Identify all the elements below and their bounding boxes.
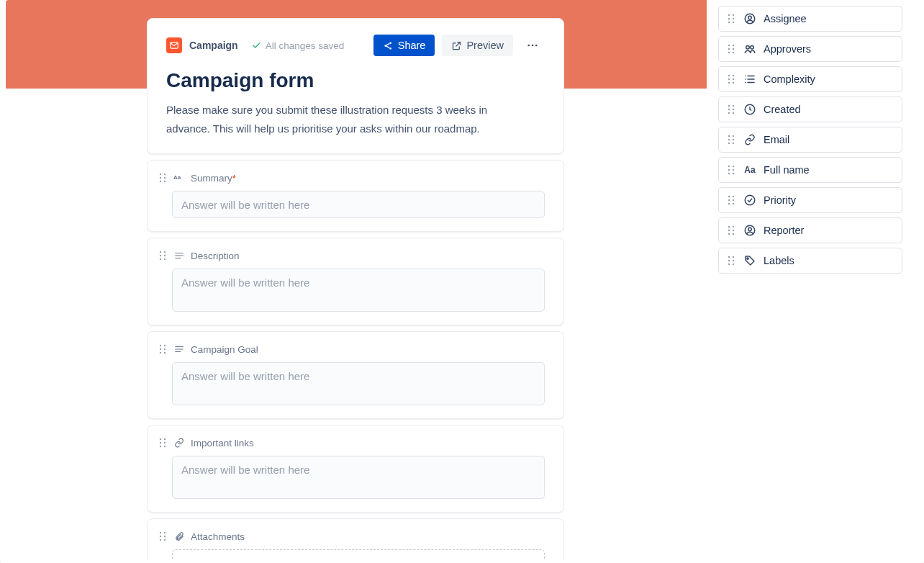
svg-point-26 (160, 438, 161, 440)
svg-point-51 (733, 52, 734, 53)
sidebar-item-label: Email (764, 134, 789, 145)
summary-input[interactable]: Answer will be written here (172, 191, 545, 218)
sidebar-item-approvers[interactable]: Approvers (718, 36, 902, 62)
field-label: Important links (191, 438, 254, 449)
sidebar-item-created[interactable]: Created (718, 96, 902, 122)
sidebar-item-label: Approvers (764, 43, 811, 55)
drag-handle-icon[interactable] (726, 14, 736, 24)
svg-point-55 (733, 75, 734, 76)
users-icon (743, 42, 756, 55)
svg-point-97 (733, 260, 734, 261)
sidebar-item-labels[interactable]: Labels (718, 248, 902, 274)
drag-handle-icon[interactable] (158, 438, 168, 448)
sidebar-item-label: Assignee (764, 13, 807, 24)
svg-point-50 (728, 52, 730, 53)
form-description: Please make sure you submit these illust… (166, 101, 512, 138)
drag-handle-icon[interactable] (726, 74, 736, 84)
attachment-icon (173, 531, 185, 542)
description-input[interactable]: Answer will be written here (172, 269, 545, 312)
sidebar-item-assignee[interactable]: Assignee (718, 6, 902, 32)
svg-point-28 (160, 442, 161, 443)
svg-point-21 (164, 345, 166, 346)
svg-point-31 (164, 446, 166, 447)
drag-handle-icon[interactable] (726, 104, 736, 114)
preview-button[interactable]: Preview (442, 35, 513, 56)
sidebar-item-full-name[interactable]: Aa Full name (718, 157, 902, 183)
svg-point-80 (733, 196, 734, 197)
sidebar-item-label: Reporter (764, 225, 804, 236)
svg-point-89 (733, 230, 734, 231)
svg-point-98 (728, 264, 730, 265)
field-important-links[interactable]: Important links Answer will be written h… (147, 425, 564, 513)
svg-point-43 (733, 22, 734, 23)
svg-point-15 (164, 251, 166, 253)
clock-icon (743, 103, 756, 116)
svg-point-52 (746, 46, 750, 50)
svg-point-16 (160, 255, 161, 256)
svg-point-100 (747, 258, 748, 259)
drag-handle-icon[interactable] (158, 344, 168, 354)
svg-point-6 (535, 45, 538, 47)
drag-handle-icon[interactable] (158, 531, 168, 541)
svg-point-8 (164, 174, 166, 175)
share-button[interactable]: Share (373, 35, 435, 56)
drag-handle-icon[interactable] (726, 135, 736, 145)
svg-point-38 (728, 14, 730, 16)
svg-point-53 (751, 46, 754, 50)
drag-handle-icon[interactable] (158, 251, 168, 261)
field-summary[interactable]: Aa Summary* Answer will be written here (147, 160, 564, 232)
field-description[interactable]: Description Answer will be written here (147, 238, 564, 325)
svg-point-39 (733, 14, 734, 16)
campaign-goal-input[interactable]: Answer will be written here (172, 362, 545, 405)
drag-handle-icon[interactable] (726, 195, 736, 205)
svg-point-69 (728, 139, 730, 140)
svg-point-17 (164, 255, 166, 256)
svg-point-11 (160, 181, 161, 182)
svg-point-93 (748, 228, 752, 231)
svg-point-90 (728, 233, 730, 235)
sidebar-item-complexity[interactable]: Complexity (718, 66, 902, 92)
drag-handle-icon[interactable] (726, 165, 736, 175)
share-label: Share (398, 40, 426, 51)
sidebar-item-reporter[interactable]: Reporter (718, 217, 902, 243)
svg-point-84 (733, 203, 734, 204)
svg-point-29 (164, 442, 166, 443)
preview-label: Preview (466, 40, 504, 51)
svg-point-62 (728, 109, 730, 110)
field-campaign-goal[interactable]: Campaign Goal Answer will be written her… (147, 331, 564, 419)
svg-point-12 (164, 181, 166, 182)
more-icon (526, 39, 539, 52)
svg-point-14 (160, 251, 161, 253)
sidebar-item-label: Labels (764, 255, 794, 266)
svg-point-9 (160, 177, 161, 179)
svg-point-60 (728, 105, 730, 107)
svg-point-5 (532, 45, 534, 47)
svg-point-82 (733, 199, 734, 201)
drag-handle-icon[interactable] (726, 44, 736, 54)
svg-point-76 (733, 169, 734, 171)
field-label: Summary* (191, 173, 236, 184)
text-aa-icon: Aa (743, 163, 756, 176)
svg-point-63 (733, 109, 734, 110)
drag-handle-icon[interactable] (158, 173, 168, 183)
svg-point-78 (733, 173, 734, 174)
more-button[interactable] (520, 35, 545, 56)
svg-point-10 (164, 177, 166, 179)
sidebar-item-priority[interactable]: Priority (718, 187, 902, 213)
drag-handle-icon[interactable] (726, 225, 736, 235)
check-icon (251, 40, 261, 50)
important-links-input[interactable]: Answer will be written here (172, 456, 545, 499)
svg-point-85 (745, 195, 755, 205)
sidebar-item-email[interactable]: Email (718, 127, 902, 153)
svg-text:Aa: Aa (173, 174, 181, 181)
svg-point-46 (728, 45, 730, 46)
svg-point-72 (733, 143, 734, 144)
svg-point-54 (728, 75, 730, 76)
attachments-dropzone[interactable]: Attachments will be uploaded here (172, 549, 545, 560)
svg-point-91 (733, 233, 734, 235)
main-column: Campaign All changes saved Share Preview (147, 18, 564, 560)
field-attachments[interactable]: Attachments Attachments will be uploaded… (147, 518, 564, 560)
svg-point-36 (160, 539, 161, 541)
svg-point-20 (160, 345, 161, 346)
drag-handle-icon[interactable] (726, 256, 736, 266)
